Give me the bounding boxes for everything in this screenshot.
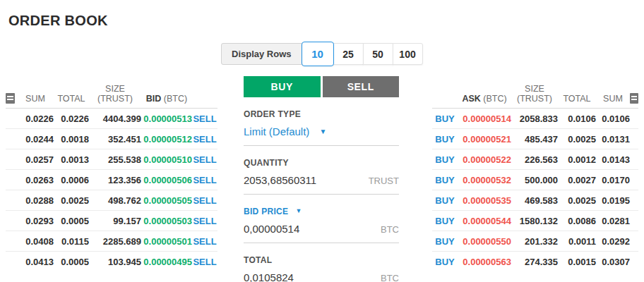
ask-row: BUY 0.00000535 469.583 0.0025 0.0195 bbox=[432, 190, 638, 211]
total-label: TOTAL bbox=[244, 255, 399, 265]
buy-link[interactable]: BUY bbox=[435, 134, 454, 145]
buy-link[interactable]: BUY bbox=[435, 154, 454, 165]
divider bbox=[244, 194, 399, 195]
total-input[interactable]: 0,0105824 bbox=[244, 271, 294, 282]
rows-list-icon[interactable] bbox=[630, 93, 638, 104]
bid-total-value: 0.0005 bbox=[54, 257, 89, 267]
asks-table: ASK (BTC) SIZE (TRUST) TOTAL SUM BUY 0.0… bbox=[432, 82, 638, 272]
bid-row: 0.0293 0.0005 99.157 0.00000503 SELL bbox=[6, 211, 217, 231]
bid-price-value: 0.00000512 bbox=[141, 134, 192, 145]
bid-size-value: 99.157 bbox=[89, 216, 141, 226]
ask-sum-value: 0.0143 bbox=[596, 154, 630, 165]
ask-sum-value: 0.0281 bbox=[596, 216, 630, 226]
ask-price-value: 0.00000563 bbox=[458, 257, 511, 267]
sell-link[interactable]: SELL bbox=[193, 216, 216, 226]
page-title: ORDER BOOK bbox=[8, 13, 108, 29]
sell-link[interactable]: SELL bbox=[193, 175, 216, 185]
ask-sum-value: 0.0195 bbox=[596, 195, 630, 206]
bid-size-value: 4404.399 bbox=[89, 114, 141, 124]
quantity-label: QUANTITY bbox=[244, 158, 399, 168]
bid-price-dropdown[interactable]: BID PRICE▼ bbox=[244, 207, 399, 216]
ask-size-value: 1580.132 bbox=[511, 216, 558, 226]
order-type-value: Limit (Default) bbox=[244, 125, 309, 137]
ask-row: BUY 0.00000521 485.437 0.0025 0.0131 bbox=[432, 129, 638, 149]
buy-link[interactable]: BUY bbox=[435, 175, 454, 185]
buy-link[interactable]: BUY bbox=[435, 216, 454, 226]
bid-size-value: 103.945 bbox=[89, 257, 141, 267]
bid-total-value: 0.0226 bbox=[54, 114, 89, 124]
buy-tab[interactable]: BUY bbox=[244, 76, 321, 97]
display-rows-label: Display Rows bbox=[221, 43, 302, 65]
bid-price-unit: BTC bbox=[381, 224, 399, 235]
ask-size-value: 2058.833 bbox=[511, 114, 558, 124]
bids-table-header: SUM TOTAL SIZE (TRUST) BID (BTC) bbox=[6, 82, 217, 109]
bid-row: 0.0244 0.0018 352.451 0.00000512 SELL bbox=[6, 129, 217, 149]
sell-link[interactable]: SELL bbox=[193, 134, 216, 145]
bids-table-body: 0.0226 0.0226 4404.399 0.00000513 SELL 0… bbox=[6, 109, 217, 272]
bid-total-value: 0.0115 bbox=[54, 236, 89, 247]
bid-size-value: 498.762 bbox=[89, 195, 141, 206]
sell-link[interactable]: SELL bbox=[193, 154, 216, 165]
sell-tab[interactable]: SELL bbox=[323, 76, 400, 97]
ask-total-value: 0.0106 bbox=[558, 114, 596, 124]
ask-size-value: 500.000 bbox=[511, 175, 558, 185]
buy-link[interactable]: BUY bbox=[435, 114, 454, 124]
asks-header-price: ASK (BTC) bbox=[458, 94, 511, 104]
ask-total-value: 0.0012 bbox=[558, 154, 596, 165]
ask-row: BUY 0.00000522 226.563 0.0012 0.0143 bbox=[432, 149, 638, 170]
ask-size-value: 226.563 bbox=[511, 154, 558, 165]
display-rows-option-50[interactable]: 50 bbox=[363, 43, 393, 65]
quantity-input[interactable]: 2053,68560311 bbox=[244, 174, 316, 186]
buy-link[interactable]: BUY bbox=[435, 257, 454, 267]
bid-price-value: 0.00000510 bbox=[141, 154, 192, 165]
total-unit: BTC bbox=[381, 273, 399, 282]
bids-header-sum: SUM bbox=[17, 94, 54, 104]
ask-size-value: 469.583 bbox=[511, 195, 558, 206]
bid-total-value: 0.0005 bbox=[54, 216, 89, 226]
sell-link[interactable]: SELL bbox=[193, 114, 216, 124]
bids-table: SUM TOTAL SIZE (TRUST) BID (BTC) 0.0226 … bbox=[6, 82, 217, 272]
bid-row: 0.0413 0.0005 103.945 0.00000495 SELL bbox=[6, 252, 217, 272]
buy-link[interactable]: BUY bbox=[435, 236, 454, 247]
bid-size-value: 123.356 bbox=[89, 175, 141, 185]
display-rows-option-10[interactable]: 10 bbox=[302, 42, 334, 66]
order-form: BUY SELL ORDER TYPE Limit (Default) ▼ QU… bbox=[244, 76, 399, 282]
bid-row: 0.0288 0.0025 498.762 0.00000505 SELL bbox=[6, 190, 217, 211]
display-rows-option-25[interactable]: 25 bbox=[333, 43, 364, 65]
bid-price-value: 0.00000495 bbox=[141, 257, 192, 267]
rows-list-icon[interactable] bbox=[6, 93, 15, 104]
bid-sum-value: 0.0226 bbox=[17, 114, 54, 124]
ask-total-value: 0.0011 bbox=[558, 236, 596, 247]
ask-sum-value: 0.0131 bbox=[596, 134, 630, 145]
ask-price-value: 0.00000514 bbox=[458, 114, 511, 124]
bids-header-price: BID (BTC) bbox=[141, 94, 192, 104]
order-type-section: ORDER TYPE Limit (Default) ▼ bbox=[244, 109, 399, 146]
buy-link[interactable]: BUY bbox=[435, 195, 454, 206]
bids-header-total: TOTAL bbox=[54, 94, 89, 104]
ask-total-value: 0.0025 bbox=[558, 195, 596, 206]
asks-table-header: ASK (BTC) SIZE (TRUST) TOTAL SUM bbox=[432, 82, 638, 109]
bid-sum-value: 0.0288 bbox=[17, 195, 54, 206]
sell-link[interactable]: SELL bbox=[193, 236, 216, 247]
bid-price-value: 0.00000503 bbox=[141, 216, 192, 226]
ask-price-value: 0.00000544 bbox=[458, 216, 511, 226]
ask-total-value: 0.0015 bbox=[558, 257, 596, 267]
bid-row: 0.0263 0.0006 123.356 0.00000506 SELL bbox=[6, 170, 217, 190]
ask-size-value: 485.437 bbox=[511, 134, 558, 145]
ask-row: BUY 0.00000532 500.000 0.0027 0.0170 bbox=[432, 170, 638, 190]
divider bbox=[244, 243, 399, 243]
sell-link[interactable]: SELL bbox=[193, 257, 216, 267]
display-rows-option-100[interactable]: 100 bbox=[393, 43, 423, 65]
ask-sum-value: 0.0292 bbox=[596, 236, 630, 247]
ask-size-value: 201.332 bbox=[511, 236, 558, 247]
bid-price-input[interactable]: 0,00000514 bbox=[244, 223, 299, 235]
quantity-unit: TRUST bbox=[369, 176, 399, 186]
ask-price-value: 0.00000521 bbox=[458, 134, 511, 145]
bid-row: 0.0408 0.0115 2285.689 0.00000501 SELL bbox=[6, 231, 217, 252]
ask-row: BUY 0.00000544 1580.132 0.0086 0.0281 bbox=[432, 211, 638, 231]
order-type-dropdown[interactable]: Limit (Default) ▼ bbox=[244, 125, 399, 137]
sell-link[interactable]: SELL bbox=[193, 195, 216, 206]
bid-sum-value: 0.0263 bbox=[17, 175, 54, 185]
bids-header-size: SIZE (TRUST) bbox=[89, 84, 141, 104]
order-form-tabs: BUY SELL bbox=[244, 76, 399, 97]
